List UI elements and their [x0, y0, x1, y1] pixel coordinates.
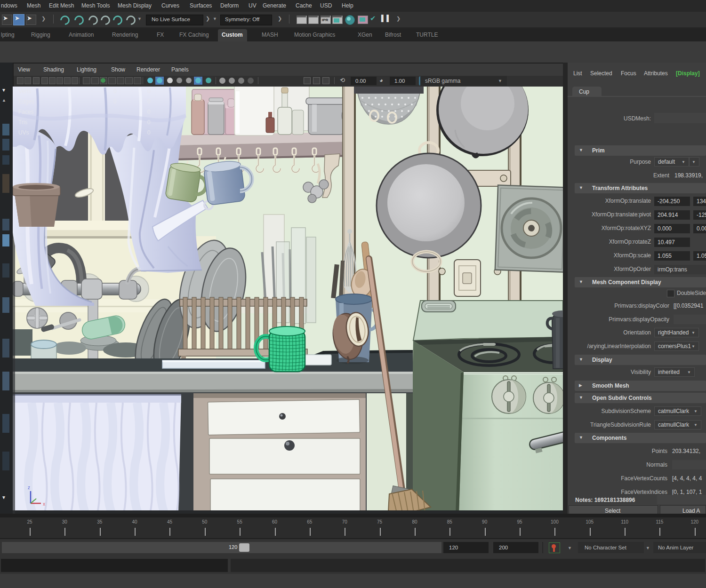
svg-text:Verts: Verts: [18, 88, 31, 95]
svg-text:x: x: [43, 501, 45, 507]
svg-text:0: 0: [147, 98, 151, 105]
svg-text:0: 0: [113, 88, 117, 95]
svg-text:0: 0: [147, 88, 151, 95]
svg-text:UVs: UVs: [18, 129, 29, 136]
svg-text:0: 0: [147, 129, 151, 136]
svg-text:Faces: Faces: [18, 109, 34, 115]
svg-text:Edges: Edges: [18, 98, 34, 105]
svg-text:z: z: [28, 485, 30, 490]
svg-text:0: 0: [147, 119, 151, 126]
svg-text:Tris: Tris: [18, 119, 28, 126]
svg-text:0: 0: [113, 98, 117, 105]
svg-text:0: 0: [147, 109, 151, 115]
